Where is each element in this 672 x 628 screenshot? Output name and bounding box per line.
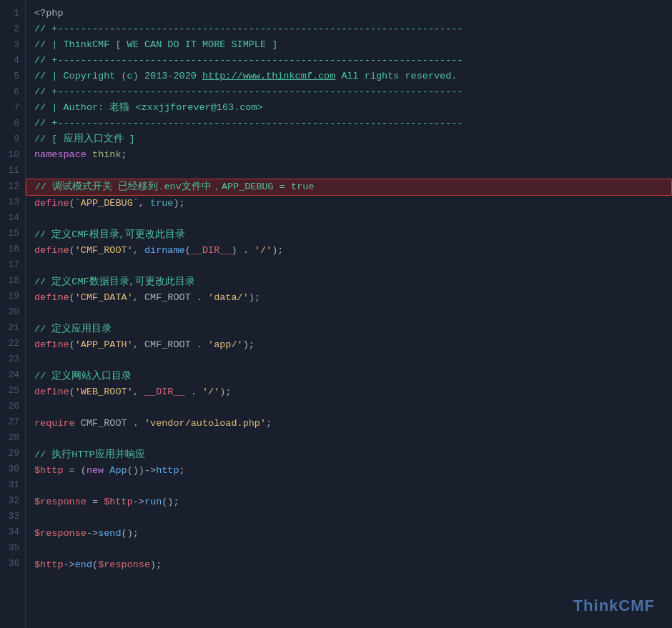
line-number: 14 bbox=[0, 210, 25, 226]
code-token: true bbox=[150, 198, 173, 209]
code-token: (); bbox=[122, 528, 139, 539]
code-token: $http bbox=[34, 559, 64, 570]
line-number: 1 bbox=[0, 6, 25, 21]
line-number: 6 bbox=[0, 84, 25, 100]
code-token: All rights reserved. bbox=[335, 71, 457, 81]
code-token: // 定义CMF根目录,可更改此目录 bbox=[34, 229, 185, 240]
code-token: , CMF_ROOT . bbox=[133, 292, 208, 303]
code-line: $http->end($response); bbox=[34, 557, 672, 573]
code-line: // +------------------------------------… bbox=[34, 116, 672, 131]
code-token: `APP_DEBUG` bbox=[75, 198, 139, 209]
code-token: define bbox=[34, 198, 69, 209]
line-number: 11 bbox=[0, 163, 25, 179]
code-token: -> bbox=[133, 497, 144, 507]
code-token: 'WEB_ROOT' bbox=[75, 387, 133, 397]
code-token: 'app/' bbox=[208, 339, 243, 350]
code-token: $http bbox=[34, 465, 64, 476]
code-token: define bbox=[34, 339, 69, 350]
code-token: http bbox=[156, 465, 179, 476]
code-token: App bbox=[109, 465, 127, 476]
code-token: ); bbox=[173, 198, 184, 209]
line-number: 33 bbox=[0, 509, 25, 524]
code-token: // +------------------------------------… bbox=[34, 24, 463, 34]
code-token: new bbox=[87, 465, 104, 476]
code-line: // | Copyright (c) 2013-2020 http://www.… bbox=[34, 69, 672, 84]
code-token: ; bbox=[122, 149, 127, 160]
code-line bbox=[34, 306, 672, 322]
line-number: 30 bbox=[0, 462, 25, 477]
code-line: define('APP_PATH', CMF_ROOT . 'app/'); bbox=[34, 337, 672, 353]
code-token: define bbox=[34, 245, 69, 256]
code-token: // 执行HTTP应用并响应 bbox=[34, 449, 145, 460]
line-number: 32 bbox=[0, 493, 25, 509]
code-token: 'APP_PATH' bbox=[75, 339, 133, 350]
code-line bbox=[34, 353, 672, 369]
line-number: 21 bbox=[0, 320, 25, 336]
code-line: $response->send(); bbox=[34, 526, 672, 542]
code-line bbox=[34, 432, 672, 447]
code-token: -> bbox=[87, 528, 98, 539]
code-token: ( bbox=[69, 198, 75, 209]
code-token: , bbox=[139, 198, 150, 209]
code-token: , bbox=[133, 387, 144, 397]
code-line: // +------------------------------------… bbox=[34, 21, 672, 37]
code-token: // | Copyright (c) 2013-2020 bbox=[34, 71, 202, 81]
line-number: 3 bbox=[0, 37, 25, 53]
code-token: ; bbox=[179, 465, 185, 476]
line-numbers: 1234567891011121314151617181920212223242… bbox=[0, 0, 26, 628]
line-number: 15 bbox=[0, 226, 25, 241]
code-token: . bbox=[185, 387, 202, 397]
line-number: 35 bbox=[0, 540, 25, 556]
line-number: 16 bbox=[0, 241, 25, 257]
line-number: 31 bbox=[0, 477, 25, 493]
line-number: 19 bbox=[0, 289, 25, 304]
code-token: ); bbox=[243, 339, 255, 350]
code-token: namespace bbox=[34, 149, 87, 160]
code-editor: 1234567891011121314151617181920212223242… bbox=[0, 0, 672, 628]
line-number: 34 bbox=[0, 524, 25, 540]
code-line: define('CMF_ROOT', dirname(__DIR__) . '/… bbox=[34, 243, 672, 259]
code-token: // 定义CMF数据目录,可更改此目录 bbox=[34, 276, 195, 287]
code-line: // [ 应用入口文件 ] bbox=[34, 131, 672, 147]
code-line: // 定义网站入口目录 bbox=[34, 369, 672, 384]
code-line: define('WEB_ROOT', __DIR__ . '/'); bbox=[34, 384, 672, 400]
code-token: 'CMF_DATA' bbox=[75, 292, 133, 303]
code-line: $http = (new App())->http; bbox=[34, 463, 672, 479]
code-token: ( bbox=[69, 292, 75, 303]
code-content: <?php// +-------------------------------… bbox=[26, 0, 672, 628]
code-line: $response = $http->run(); bbox=[34, 494, 672, 510]
code-token: -> bbox=[64, 559, 75, 570]
code-line bbox=[34, 542, 672, 557]
line-number: 8 bbox=[0, 116, 25, 131]
code-token: 'CMF_ROOT' bbox=[75, 245, 133, 256]
code-token: think bbox=[92, 149, 122, 160]
line-number: 13 bbox=[0, 194, 25, 210]
code-token: , CMF_ROOT . bbox=[133, 339, 208, 350]
code-token: // +------------------------------------… bbox=[34, 86, 463, 97]
code-token: , bbox=[133, 245, 144, 256]
code-line: require CMF_ROOT . 'vendor/autoload.php'… bbox=[34, 416, 672, 432]
code-token: require bbox=[34, 418, 75, 429]
code-line: // 定义应用目录 bbox=[34, 322, 672, 337]
code-token: (); bbox=[162, 497, 179, 507]
line-number: 26 bbox=[0, 399, 25, 414]
code-token: __DIR__ bbox=[144, 387, 185, 397]
code-token: <?php bbox=[34, 8, 64, 19]
code-token: // +------------------------------------… bbox=[34, 55, 463, 66]
code-line bbox=[34, 211, 672, 227]
code-link[interactable]: http://www.thinkcmf.com bbox=[202, 71, 335, 81]
line-number: 20 bbox=[0, 304, 25, 320]
code-line: define(`APP_DEBUG`, true); bbox=[34, 196, 672, 211]
code-line: // 定义CMF根目录,可更改此目录 bbox=[34, 227, 672, 243]
line-number: 29 bbox=[0, 446, 25, 462]
code-token: send bbox=[98, 528, 121, 539]
code-token: define bbox=[34, 387, 69, 397]
line-number: 27 bbox=[0, 414, 25, 430]
code-token: // +------------------------------------… bbox=[34, 118, 463, 129]
code-token: = ( bbox=[64, 465, 87, 476]
code-token: // 定义网站入口目录 bbox=[34, 371, 132, 382]
code-token: CMF_ROOT . bbox=[75, 418, 144, 429]
code-token: // | Author: 老猫 <zxxjjforever@163.com> bbox=[34, 102, 263, 113]
code-token: $http bbox=[104, 497, 133, 507]
line-number: 28 bbox=[0, 430, 25, 446]
